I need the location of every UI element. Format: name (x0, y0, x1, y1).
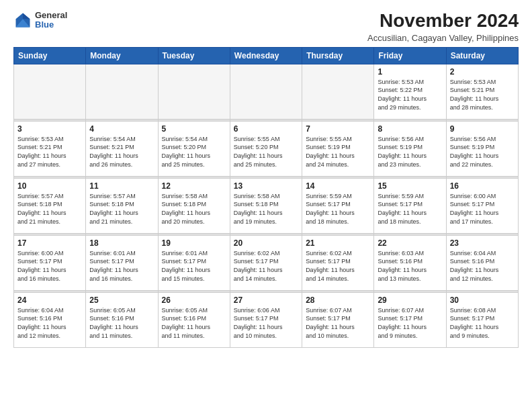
day-detail: Sunrise: 5:59 AM Sunset: 5:17 PM Dayligh… (378, 192, 442, 226)
day-number: 22 (378, 238, 442, 248)
day-number: 21 (306, 238, 370, 248)
calendar-cell: 13Sunrise: 5:58 AM Sunset: 5:18 PM Dayli… (230, 178, 302, 233)
day-detail: Sunrise: 5:54 AM Sunset: 5:20 PM Dayligh… (162, 135, 226, 169)
day-header-monday: Monday (86, 47, 158, 64)
calendar-cell (86, 64, 158, 119)
day-number: 1 (378, 67, 442, 77)
day-detail: Sunrise: 6:08 AM Sunset: 5:17 PM Dayligh… (450, 306, 515, 340)
day-detail: Sunrise: 6:00 AM Sunset: 5:17 PM Dayligh… (17, 249, 82, 283)
day-detail: Sunrise: 6:02 AM Sunset: 5:17 PM Dayligh… (306, 249, 370, 283)
day-detail: Sunrise: 5:57 AM Sunset: 5:18 PM Dayligh… (17, 192, 82, 226)
day-detail: Sunrise: 6:04 AM Sunset: 5:16 PM Dayligh… (17, 306, 82, 340)
day-detail: Sunrise: 6:07 AM Sunset: 5:17 PM Dayligh… (306, 306, 370, 340)
day-number: 7 (306, 124, 370, 134)
day-detail: Sunrise: 6:05 AM Sunset: 5:16 PM Dayligh… (162, 306, 226, 340)
calendar-cell: 4Sunrise: 5:54 AM Sunset: 5:21 PM Daylig… (86, 121, 158, 176)
calendar-cell: 12Sunrise: 5:58 AM Sunset: 5:18 PM Dayli… (158, 178, 230, 233)
calendar-week-row-5: 24Sunrise: 6:04 AM Sunset: 5:16 PM Dayli… (14, 292, 519, 347)
day-number: 14 (306, 181, 370, 191)
day-detail: Sunrise: 5:53 AM Sunset: 5:21 PM Dayligh… (17, 135, 82, 169)
day-number: 11 (89, 181, 154, 191)
day-number: 10 (17, 181, 82, 191)
calendar-cell: 29Sunrise: 6:07 AM Sunset: 5:17 PM Dayli… (374, 292, 446, 347)
calendar-cell: 1Sunrise: 5:53 AM Sunset: 5:22 PM Daylig… (374, 64, 446, 119)
day-number: 27 (234, 295, 298, 305)
day-detail: Sunrise: 5:58 AM Sunset: 5:18 PM Dayligh… (234, 192, 298, 226)
day-detail: Sunrise: 5:58 AM Sunset: 5:18 PM Dayligh… (162, 192, 226, 226)
calendar-table: SundayMondayTuesdayWednesdayThursdayFrid… (13, 47, 519, 348)
day-header-wednesday: Wednesday (230, 47, 302, 64)
day-number: 29 (378, 295, 442, 305)
day-detail: Sunrise: 5:54 AM Sunset: 5:21 PM Dayligh… (89, 135, 154, 169)
day-number: 9 (450, 124, 515, 134)
calendar-cell: 10Sunrise: 5:57 AM Sunset: 5:18 PM Dayli… (14, 178, 86, 233)
calendar-cell (158, 64, 230, 119)
day-number: 26 (162, 295, 226, 305)
calendar-cell: 27Sunrise: 6:06 AM Sunset: 5:17 PM Dayli… (230, 292, 302, 347)
day-number: 30 (450, 295, 515, 305)
day-header-tuesday: Tuesday (158, 47, 230, 64)
calendar-cell: 16Sunrise: 6:00 AM Sunset: 5:17 PM Dayli… (446, 178, 518, 233)
day-detail: Sunrise: 5:56 AM Sunset: 5:19 PM Dayligh… (450, 135, 515, 169)
day-number: 17 (17, 238, 82, 248)
calendar-cell: 19Sunrise: 6:01 AM Sunset: 5:17 PM Dayli… (158, 235, 230, 290)
day-number: 6 (234, 124, 298, 134)
day-number: 20 (234, 238, 298, 248)
day-detail: Sunrise: 6:06 AM Sunset: 5:17 PM Dayligh… (234, 306, 298, 340)
calendar-cell: 22Sunrise: 6:03 AM Sunset: 5:16 PM Dayli… (374, 235, 446, 290)
calendar-cell: 30Sunrise: 6:08 AM Sunset: 5:17 PM Dayli… (446, 292, 518, 347)
calendar-cell: 23Sunrise: 6:04 AM Sunset: 5:16 PM Dayli… (446, 235, 518, 290)
day-detail: Sunrise: 5:56 AM Sunset: 5:19 PM Dayligh… (378, 135, 442, 169)
day-number: 25 (89, 295, 154, 305)
calendar-week-row-1: 1Sunrise: 5:53 AM Sunset: 5:22 PM Daylig… (14, 64, 519, 119)
day-number: 15 (378, 181, 442, 191)
day-detail: Sunrise: 6:04 AM Sunset: 5:16 PM Dayligh… (450, 249, 515, 283)
calendar-cell: 7Sunrise: 5:55 AM Sunset: 5:19 PM Daylig… (302, 121, 374, 176)
calendar-cell: 8Sunrise: 5:56 AM Sunset: 5:19 PM Daylig… (374, 121, 446, 176)
logo: General Blue (13, 11, 67, 30)
day-header-friday: Friday (374, 47, 446, 64)
calendar-cell: 17Sunrise: 6:00 AM Sunset: 5:17 PM Dayli… (14, 235, 86, 290)
calendar-header-row: SundayMondayTuesdayWednesdayThursdayFrid… (14, 47, 519, 64)
logo-blue: Blue (35, 20, 67, 30)
day-number: 5 (162, 124, 226, 134)
logo-general: General (35, 11, 67, 20)
day-number: 28 (306, 295, 370, 305)
calendar-cell (230, 64, 302, 119)
svg-marker-1 (23, 13, 30, 19)
calendar-cell: 2Sunrise: 5:53 AM Sunset: 5:21 PM Daylig… (446, 64, 518, 119)
calendar-cell: 21Sunrise: 6:02 AM Sunset: 5:17 PM Dayli… (302, 235, 374, 290)
day-detail: Sunrise: 6:03 AM Sunset: 5:16 PM Dayligh… (378, 249, 442, 283)
day-detail: Sunrise: 5:57 AM Sunset: 5:18 PM Dayligh… (89, 192, 154, 226)
day-detail: Sunrise: 5:59 AM Sunset: 5:17 PM Dayligh… (306, 192, 370, 226)
calendar-cell: 20Sunrise: 6:02 AM Sunset: 5:17 PM Dayli… (230, 235, 302, 290)
day-number: 19 (162, 238, 226, 248)
day-number: 2 (450, 67, 515, 77)
calendar-cell: 14Sunrise: 5:59 AM Sunset: 5:17 PM Dayli… (302, 178, 374, 233)
calendar-cell: 15Sunrise: 5:59 AM Sunset: 5:17 PM Dayli… (374, 178, 446, 233)
calendar-cell: 18Sunrise: 6:01 AM Sunset: 5:17 PM Dayli… (86, 235, 158, 290)
day-detail: Sunrise: 5:53 AM Sunset: 5:22 PM Dayligh… (378, 78, 442, 111)
page: General Blue November 2024 Accusilian, C… (0, 0, 532, 411)
calendar-cell: 6Sunrise: 5:55 AM Sunset: 5:20 PM Daylig… (230, 121, 302, 176)
day-detail: Sunrise: 6:01 AM Sunset: 5:17 PM Dayligh… (89, 249, 154, 283)
logo-icon (13, 11, 32, 30)
day-number: 18 (89, 238, 154, 248)
day-header-sunday: Sunday (14, 47, 86, 64)
calendar-week-row-4: 17Sunrise: 6:00 AM Sunset: 5:17 PM Dayli… (14, 235, 519, 290)
title-area: November 2024 Accusilian, Cagayan Valley… (367, 11, 519, 43)
day-number: 4 (89, 124, 154, 134)
day-detail: Sunrise: 6:07 AM Sunset: 5:17 PM Dayligh… (378, 306, 442, 340)
calendar-week-row-2: 3Sunrise: 5:53 AM Sunset: 5:21 PM Daylig… (14, 121, 519, 176)
day-number: 13 (234, 181, 298, 191)
day-detail: Sunrise: 5:55 AM Sunset: 5:20 PM Dayligh… (234, 135, 298, 169)
calendar-cell: 28Sunrise: 6:07 AM Sunset: 5:17 PM Dayli… (302, 292, 374, 347)
day-number: 12 (162, 181, 226, 191)
header: General Blue November 2024 Accusilian, C… (13, 11, 519, 43)
calendar-cell: 24Sunrise: 6:04 AM Sunset: 5:16 PM Dayli… (14, 292, 86, 347)
day-header-thursday: Thursday (302, 47, 374, 64)
calendar-cell: 5Sunrise: 5:54 AM Sunset: 5:20 PM Daylig… (158, 121, 230, 176)
calendar-cell (302, 64, 374, 119)
calendar-cell: 25Sunrise: 6:05 AM Sunset: 5:16 PM Dayli… (86, 292, 158, 347)
day-header-saturday: Saturday (446, 47, 518, 64)
